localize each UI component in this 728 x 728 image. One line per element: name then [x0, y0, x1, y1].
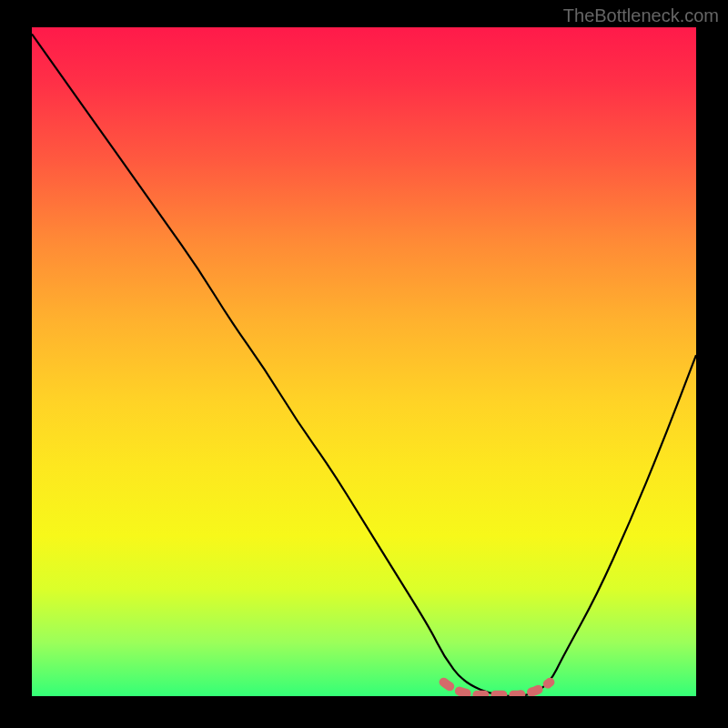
optimal-range-marker: [444, 682, 551, 695]
chart-svg: [32, 27, 696, 696]
bottleneck-curve: [32, 34, 696, 696]
watermark-text: TheBottleneck.com: [563, 5, 719, 26]
chart-plot-area: [32, 27, 696, 696]
